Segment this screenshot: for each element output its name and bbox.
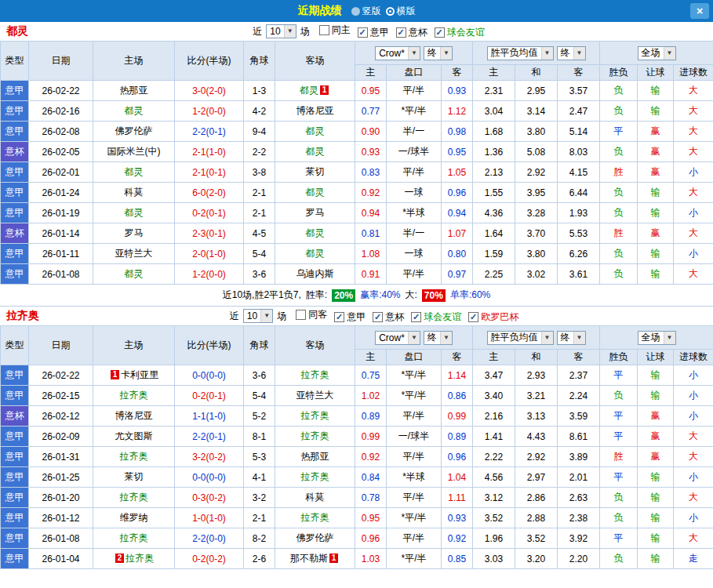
date-cell: 26-02-12: [29, 406, 93, 426]
handicap-line-cell: *半球: [387, 467, 442, 488]
away-team-cell: 乌迪内斯: [275, 264, 355, 285]
result-handicap-cell: 输: [638, 386, 674, 406]
europe-home-odds-cell: 4.56: [473, 467, 515, 488]
filter-option[interactable]: ✓球会友谊: [435, 26, 485, 39]
match-count-select[interactable]: 10 ▼: [243, 309, 273, 323]
team-name-text: 拉齐奥: [120, 451, 148, 462]
team-name-text: 热那亚: [301, 451, 329, 462]
away-team-cell: 拉齐奥: [275, 426, 355, 447]
team-name-text: 乌迪内斯: [296, 268, 334, 279]
radio-horizontal-icon[interactable]: [386, 7, 395, 16]
radio-vertical-label[interactable]: 竖版: [362, 5, 381, 18]
summary-part: 20%: [332, 289, 355, 302]
team-name-text: 都灵: [125, 105, 144, 116]
corner-cell: 3-6: [244, 264, 275, 285]
column-header: 日期: [29, 326, 93, 365]
filter-option[interactable]: ✓意杯: [373, 310, 404, 324]
filter-option[interactable]: ✓意杯: [396, 26, 427, 39]
checkbox-checked-icon[interactable]: ✓: [334, 312, 344, 322]
radio-vertical-icon[interactable]: [351, 7, 360, 16]
team-section-torino: 都灵 近 10 ▼ 场 同主✓意甲✓意杯✓球会友谊 类型日期主场比分(半场)角球…: [0, 22, 713, 307]
column-header: 客场: [275, 42, 355, 81]
filter-option[interactable]: ✓意甲: [334, 310, 366, 324]
column-subheader: 胜负: [600, 350, 638, 365]
close-button[interactable]: ×: [690, 3, 709, 19]
europe-home-odds-cell: 1.36: [473, 142, 515, 162]
away-team-cell: 罗马: [275, 203, 355, 223]
column-header: 类型: [1, 326, 29, 365]
checkbox-checked-icon[interactable]: ✓: [358, 27, 368, 38]
date-cell: 26-02-08: [29, 122, 93, 142]
result-handicap-cell: 输: [638, 508, 674, 528]
checkbox-checked-icon[interactable]: ✓: [435, 27, 445, 38]
header-row: 类型日期主场比分(半场)角球客场Crow*▼终▼胜平负均值▼终▼全场▼: [1, 42, 713, 65]
filter-option[interactable]: ✓球会友谊: [411, 310, 461, 324]
scope-select[interactable]: 全场▼: [638, 331, 676, 345]
asia-final-select[interactable]: 终▼: [424, 46, 453, 60]
column-subheader: 让球: [638, 65, 674, 81]
scope-select[interactable]: 全场▼: [638, 46, 676, 60]
corner-cell: 3-6: [244, 365, 275, 386]
asia-home-odds-cell: 0.77: [355, 101, 387, 122]
asia-home-odds-cell: 1.08: [355, 244, 387, 264]
handicap-line-cell: 一/球半: [387, 142, 442, 162]
score-cell: 0-3(0-2): [175, 488, 244, 508]
europe-home-odds-cell: 1.55: [473, 183, 515, 203]
bookmaker-select[interactable]: Crow*▼: [375, 46, 420, 60]
match-row: 意甲26-01-08都灵1-2(0-0)3-6乌迪内斯0.91平/半0.972.…: [1, 264, 713, 285]
result-wdl-cell: 负: [600, 183, 638, 203]
filter-option[interactable]: 同客: [296, 308, 327, 321]
europe-away-odds-cell: 2.24: [558, 386, 600, 406]
asia-final-select[interactable]: 终▼: [424, 331, 453, 345]
europe-away-odds-cell: 5.14: [558, 122, 600, 142]
handicap-line-cell: 平/半: [387, 264, 442, 285]
home-team-cell: 1卡利亚里: [93, 365, 175, 386]
europe-avg-select[interactable]: 胜平负均值▼: [487, 46, 554, 60]
europe-draw-odds-cell: 3.21: [515, 386, 558, 406]
filter-option[interactable]: ✓意甲: [358, 26, 389, 39]
result-wdl-cell: 负: [600, 81, 638, 101]
home-team-cell: 都灵: [93, 264, 175, 285]
filter-option[interactable]: 同主: [319, 24, 351, 37]
europe-away-odds-cell: 3.89: [558, 447, 600, 467]
europe-final-select[interactable]: 终▼: [557, 46, 586, 60]
dropdown-arrow-icon: ▼: [408, 332, 420, 344]
match-count-select[interactable]: 10 ▼: [266, 24, 296, 38]
dropdown-arrow-icon: ▼: [541, 332, 553, 344]
near-label: 近: [253, 25, 262, 38]
asia-home-odds-cell: 0.93: [355, 142, 387, 162]
column-subheader: 客: [558, 350, 600, 365]
date-cell: 26-02-16: [29, 101, 93, 122]
filter-option[interactable]: ✓欧罗巴杯: [468, 310, 518, 324]
checkbox-checked-icon[interactable]: ✓: [411, 312, 421, 322]
result-goals-cell: 小: [674, 365, 713, 386]
checkbox-checked-icon[interactable]: ✓: [468, 312, 478, 322]
column-header: 日期: [29, 42, 93, 81]
column-header: 比分(半场): [175, 42, 244, 81]
asia-home-odds-cell: 0.84: [355, 467, 387, 488]
asia-away-odds-cell: 1.14: [442, 365, 473, 386]
result-wdl-cell: 负: [600, 508, 638, 528]
europe-home-odds-cell: 2.16: [473, 406, 515, 426]
bookmaker-select[interactable]: Crow*▼: [375, 331, 420, 345]
match-row: 意甲26-02-16都灵1-2(0-0)4-2博洛尼亚0.77*平/半1.123…: [1, 101, 713, 122]
score-cell: 3-2(0-2): [175, 447, 244, 467]
match-row: 意甲26-01-11亚特兰大2-0(1-0)5-4都灵1.08一球0.801.5…: [1, 244, 713, 264]
europe-final-select[interactable]: 终▼: [557, 331, 586, 345]
column-subheader: 主: [355, 350, 387, 365]
handicap-line-cell: *半球: [387, 203, 442, 223]
checkbox-checked-icon[interactable]: ✓: [373, 312, 383, 322]
handicap-line-cell: 一球: [387, 183, 442, 203]
handicap-line-cell: *平/半: [387, 386, 442, 406]
team-name: 拉齐奥: [6, 309, 39, 323]
europe-away-odds-cell: 2.01: [558, 467, 600, 488]
europe-away-odds-cell: 8.61: [558, 426, 600, 447]
score-cell: 0-2(0-2): [175, 549, 244, 569]
checkbox-unchecked-icon[interactable]: [296, 310, 306, 320]
asia-away-odds-cell: 1.11: [442, 488, 473, 508]
score-cell: 2-1(0-1): [175, 162, 244, 183]
radio-horizontal-label[interactable]: 横版: [397, 5, 416, 18]
checkbox-unchecked-icon[interactable]: [319, 25, 329, 35]
checkbox-checked-icon[interactable]: ✓: [396, 27, 406, 38]
europe-avg-select[interactable]: 胜平负均值▼: [487, 331, 554, 345]
